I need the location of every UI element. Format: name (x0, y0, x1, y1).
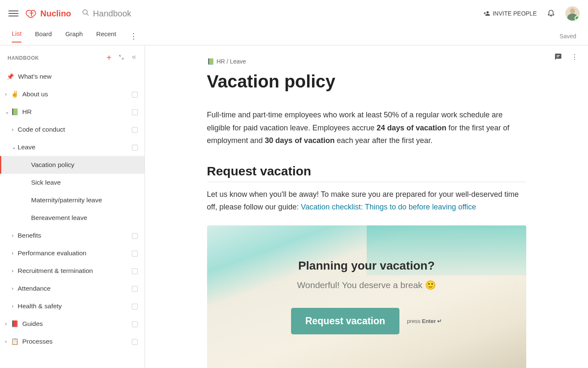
tab-recent[interactable]: Recent (96, 30, 116, 42)
sidebar-item-what-s-new[interactable]: 📌What's new (0, 68, 144, 85)
tree-item-label: What's new (18, 73, 52, 80)
chevron-icon: › (12, 127, 17, 132)
svg-point-0 (83, 10, 88, 14)
user-avatar[interactable] (565, 6, 580, 21)
stack-icon (132, 339, 137, 344)
tree-item-label: Processes (22, 338, 52, 345)
invite-people-button[interactable]: INVITE PEOPLE (483, 10, 537, 17)
sidebar-item-benefits[interactable]: ›Benefits (0, 227, 144, 244)
vacation-checklist-link[interactable]: Vacation checklist: Things to do before … (301, 203, 476, 211)
embed-heading: Planning your vacation? (298, 259, 435, 273)
chevron-icon: ⌄ (12, 144, 17, 150)
add-item-icon[interactable]: + (107, 53, 112, 63)
saved-status: Saved (559, 33, 576, 40)
search-area[interactable]: Handbook (82, 9, 131, 19)
stack-icon (132, 321, 137, 326)
sidebar-item-health-safety[interactable]: ›Health & safety (0, 297, 144, 315)
chevron-icon: › (5, 321, 10, 327)
search-placeholder: Handbook (93, 9, 131, 19)
request-vacation-embed: Planning your vacation? Wonderful! You d… (207, 225, 526, 368)
tree-item-label: Bereavement leave (31, 214, 87, 222)
tree-item-label: Code of conduct (18, 126, 65, 133)
tree-item-label: About us (22, 90, 48, 98)
enter-hint: press Enter ↵ (407, 318, 442, 324)
app-name: Nuclino (40, 9, 71, 19)
stack-icon (132, 268, 137, 273)
hamburger-menu-icon[interactable] (8, 8, 18, 19)
tab-graph[interactable]: Graph (65, 30, 83, 42)
sidebar-item-guides[interactable]: ›📕Guides (0, 315, 144, 333)
tree-item-label: Leave (18, 143, 35, 151)
tree-item-label: Recruitment & termination (18, 267, 93, 275)
brain-icon (25, 8, 38, 19)
chevron-icon: › (12, 286, 17, 291)
comments-icon[interactable] (554, 53, 562, 62)
sidebar-item-recruitment-termination[interactable]: ›Recruitment & termination (0, 262, 144, 280)
sidebar-item-vacation-policy[interactable]: Vacation policy (0, 156, 144, 174)
tree-item-label: Sick leave (31, 179, 61, 186)
chevron-icon: › (12, 268, 17, 274)
chevron-icon: › (12, 233, 17, 238)
sidebar-item-performance-evaluation[interactable]: ›Performance evaluation (0, 244, 144, 262)
tree-item-label: Attendance (18, 285, 50, 292)
more-actions-icon[interactable]: ⋮ (571, 53, 578, 62)
sidebar-item-leave[interactable]: ⌄Leave (0, 138, 144, 156)
breadcrumb[interactable]: 📗 HR / Leave (207, 58, 526, 65)
collapse-icon[interactable] (131, 54, 137, 61)
stack-icon (132, 251, 137, 256)
sidebar-item-code-of-conduct[interactable]: ›Code of conduct (0, 121, 144, 138)
request-vacation-button[interactable]: Request vacation (291, 308, 399, 334)
tree-item-label: Health & safety (18, 302, 62, 310)
sidebar-item-hr[interactable]: ⌄📗HR (0, 103, 144, 121)
stack-icon (132, 109, 137, 114)
sidebar-item-sick-leave[interactable]: Sick leave (0, 174, 144, 191)
sidebar-item-maternity-paternity-leave[interactable]: Maternity/paternity leave (0, 191, 144, 209)
stack-icon (132, 92, 137, 97)
tab-more-icon[interactable]: ⋮ (130, 32, 137, 41)
page-title[interactable]: Vacation policy (207, 71, 526, 92)
svg-line-1 (87, 13, 89, 16)
sidebar-item-bereavement-leave[interactable]: Bereavement leave (0, 209, 144, 227)
search-icon (82, 9, 89, 19)
stack-icon (132, 145, 137, 150)
chevron-icon: › (12, 303, 17, 309)
stack-icon (132, 304, 137, 309)
view-tabs: List Board Graph Recent ⋮ Saved (0, 27, 588, 45)
sidebar-header: HANDBOOK + (0, 50, 144, 65)
section-request-vacation[interactable]: Request vacation (207, 164, 526, 182)
sidebar-item-processes[interactable]: ›📋Processes (0, 333, 144, 350)
app-logo[interactable]: Nuclino (25, 8, 71, 19)
sidebar-item-attendance[interactable]: ›Attendance (0, 280, 144, 297)
chevron-icon: › (5, 339, 10, 344)
tree-item-label: Maternity/paternity leave (31, 196, 102, 204)
chevron-icon: › (5, 91, 10, 97)
pin-icon: 📌 (7, 73, 14, 80)
intro-paragraph[interactable]: Full-time and part-time employees who wo… (207, 109, 526, 147)
tree-item-label: Vacation policy (31, 161, 74, 169)
embed-subtext: Wonderful! You deserve a break 🙂 (297, 280, 436, 290)
sidebar-item-about-us[interactable]: ›✌️About us (0, 85, 144, 103)
tree-item-label: HR (22, 108, 32, 116)
sidebar: HANDBOOK + 📌What's new›✌️About us⌄📗HR›Co… (0, 45, 145, 368)
invite-icon (483, 10, 490, 17)
tree-item-label: Performance evaluation (18, 249, 87, 257)
stack-icon (132, 127, 137, 132)
tree-item-label: Guides (22, 320, 43, 328)
expand-icon[interactable] (118, 54, 124, 61)
notifications-icon[interactable] (547, 8, 555, 19)
request-paragraph[interactable]: Let us know when you'll be away! To make… (207, 188, 526, 214)
top-bar: Nuclino Handbook INVITE PEOPLE (0, 0, 588, 27)
chevron-icon: › (12, 250, 17, 256)
stack-icon (132, 233, 137, 238)
tree-item-label: Benefits (18, 232, 41, 239)
stack-icon (132, 286, 137, 291)
tab-board[interactable]: Board (35, 30, 52, 42)
content-area: ⋮ 📗 HR / Leave Vacation policy Full-time… (145, 45, 588, 368)
chevron-icon: ⌄ (5, 109, 10, 115)
tab-list[interactable]: List (12, 30, 21, 42)
